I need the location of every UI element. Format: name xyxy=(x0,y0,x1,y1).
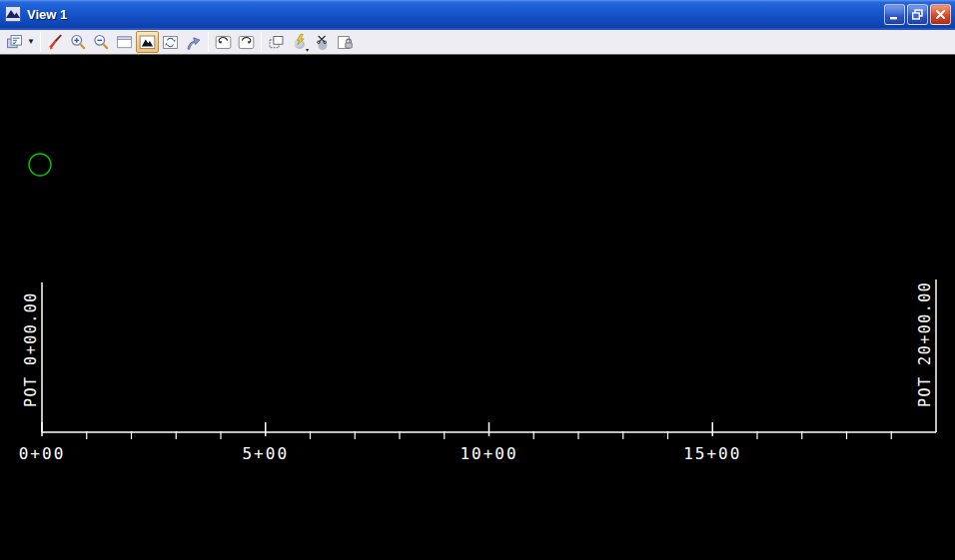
rotate-view-button[interactable] xyxy=(159,31,182,53)
dropdown-arrow-icon: ▼ xyxy=(27,38,35,46)
window-area-icon xyxy=(115,33,134,52)
copy-view-icon xyxy=(267,33,286,52)
copy-view-button[interactable] xyxy=(265,31,288,53)
station-label: 0+00 xyxy=(19,444,66,463)
view-attributes-icon xyxy=(5,33,24,52)
left-station-label: POT 0+00.00 xyxy=(22,291,40,407)
rotate-view-icon xyxy=(161,33,180,52)
clip-volume-button[interactable]: ▾ xyxy=(288,31,311,53)
update-view-icon xyxy=(46,33,65,52)
clip-mask-icon xyxy=(313,33,332,52)
toolbar-separator xyxy=(40,32,41,52)
toolbar-separator xyxy=(208,32,209,52)
view-previous-button[interactable] xyxy=(212,31,235,53)
locked-view-icon xyxy=(336,33,355,52)
pan-view-icon xyxy=(184,33,203,52)
drawing-canvas[interactable]: 0+005+0010+0015+00POT 0+00.00POT 20+00.0… xyxy=(0,55,955,560)
profile-drawing: 0+005+0010+0015+00POT 0+00.00POT 20+00.0… xyxy=(0,55,955,560)
zoom-in-icon xyxy=(69,33,88,52)
circle-element xyxy=(29,154,51,176)
dropdown-arrow-icon: ▾ xyxy=(306,47,309,53)
microstation-view-icon xyxy=(5,6,21,22)
right-station-label: POT 20+00.00 xyxy=(916,281,934,407)
update-view-button[interactable] xyxy=(44,31,67,53)
station-label: 15+00 xyxy=(683,444,741,463)
titlebar[interactable]: View 1 xyxy=(0,0,955,28)
station-label: 10+00 xyxy=(460,444,517,463)
window-area-button[interactable] xyxy=(113,31,136,53)
fit-view-button[interactable] xyxy=(136,31,159,53)
view-next-icon xyxy=(237,33,256,52)
view-attributes-button[interactable]: ▼ xyxy=(3,31,37,53)
locked-view-button[interactable] xyxy=(334,31,357,53)
fit-view-icon xyxy=(138,33,157,52)
view-previous-icon xyxy=(214,33,233,52)
restore-button[interactable] xyxy=(907,4,928,25)
view-toolbar: ▼▾ xyxy=(0,28,955,55)
toolbar-separator xyxy=(261,32,262,52)
view-next-button[interactable] xyxy=(235,31,258,53)
zoom-out-icon xyxy=(92,33,111,52)
window-controls xyxy=(884,4,951,25)
minimize-button[interactable] xyxy=(884,4,905,25)
window-title: View 1 xyxy=(27,7,884,22)
zoom-in-button[interactable] xyxy=(67,31,90,53)
pan-view-button[interactable] xyxy=(182,31,205,53)
clip-mask-button[interactable] xyxy=(311,31,334,53)
zoom-out-button[interactable] xyxy=(90,31,113,53)
close-button[interactable] xyxy=(930,4,951,25)
station-label: 5+00 xyxy=(242,444,289,463)
view-window: View 1 ▼▾ 0+005+0010+0015+00POT 0+00.00P… xyxy=(0,0,955,560)
